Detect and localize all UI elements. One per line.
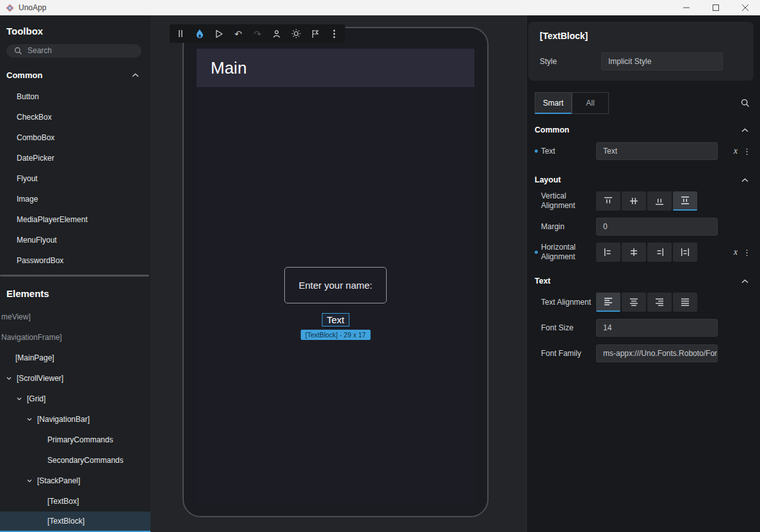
section-common[interactable]: Common — [527, 114, 760, 138]
property-row-text: Text Text x⋮ — [527, 138, 760, 164]
horizontal-alignment-label: Horizontal Alignment — [535, 243, 596, 262]
element-inspector-button[interactable] — [267, 24, 286, 43]
text-align-center-button[interactable] — [622, 293, 646, 312]
vertical-alignment-label: Vertical Alignment — [535, 191, 596, 211]
text-property-input[interactable]: Text — [596, 142, 718, 160]
elements-tree: meView] NavigationFrame] [MainPage] [Scr… — [0, 307, 150, 532]
margin-input[interactable]: 0 — [596, 218, 718, 236]
person-icon — [272, 29, 281, 38]
tab-smart[interactable]: Smart — [535, 92, 572, 114]
text-alignment-label: Text Alignment — [535, 298, 596, 307]
tree-item-secondarycommands[interactable]: SecondaryCommands — [0, 450, 150, 471]
chevron-up-icon — [741, 128, 748, 133]
toolbox-item-datepicker[interactable]: DatePicker — [0, 148, 150, 168]
toolbox-search-input[interactable] — [28, 46, 117, 55]
kebab-menu-icon[interactable]: ⋮ — [743, 147, 751, 156]
align-vertical-center-button[interactable] — [622, 191, 646, 211]
align-top-button[interactable] — [596, 191, 620, 211]
chevron-down-icon[interactable] — [17, 397, 26, 401]
tree-item-primarycommands[interactable]: PrimaryCommands — [0, 430, 150, 450]
toolbox-item-flyout[interactable]: Flyout — [0, 168, 150, 189]
section-text[interactable]: Text — [527, 265, 760, 289]
undo-button[interactable]: ↶ — [229, 24, 248, 43]
text-align-justify-button[interactable] — [673, 293, 697, 312]
toolbox-item-image[interactable]: Image — [0, 189, 150, 209]
toolbox-item-passwordbox[interactable]: PasswordBox — [0, 250, 150, 271]
device-frame: Main Enter your name: Text [TextBlock] -… — [182, 27, 489, 517]
tree-item-textbox[interactable]: [TextBox] — [0, 491, 150, 512]
chevron-down-icon[interactable] — [27, 479, 36, 483]
tree-item-textblock-selected[interactable]: [TextBlock] — [0, 512, 150, 532]
font-size-input[interactable]: 14 — [596, 319, 718, 337]
style-label: Style — [540, 57, 601, 66]
chevron-down-icon[interactable] — [6, 376, 15, 380]
toolbox-section-common[interactable]: Common — [0, 60, 150, 86]
property-row-text-alignment: Text Alignment — [527, 289, 760, 315]
binding-x-icon[interactable]: x — [734, 247, 738, 257]
kebab-icon — [333, 29, 336, 38]
theme-toggle-button[interactable] — [286, 24, 305, 43]
toolbox-section-label: Common — [6, 70, 42, 80]
font-family-input[interactable]: ms-appx:///Uno.Fonts.Roboto/Font — [596, 344, 718, 362]
chevron-up-icon — [741, 279, 748, 284]
toolbox-item-checkbox[interactable]: CheckBox — [0, 107, 150, 127]
toolbox-item-combobox[interactable]: ComboBox — [0, 127, 150, 148]
toolbox-search[interactable] — [6, 44, 141, 58]
tree-item-grid[interactable]: [Grid] — [0, 389, 150, 409]
tree-item-homeview[interactable]: meView] — [0, 307, 150, 327]
play-button[interactable] — [209, 24, 229, 43]
maximize-button[interactable] — [701, 0, 731, 15]
chevron-down-icon[interactable] — [27, 417, 36, 421]
canvas-textbox[interactable]: Enter your name: — [284, 267, 387, 303]
tab-all[interactable]: All — [572, 92, 609, 114]
chevron-up-icon — [132, 73, 139, 77]
stretch-vertical-button[interactable] — [673, 191, 697, 211]
canvas-textblock-selected[interactable]: Text — [321, 313, 350, 326]
uno-logo-icon — [6, 4, 14, 12]
redo-button[interactable]: ↷ — [248, 24, 267, 43]
property-tabs: Smart All — [535, 92, 750, 114]
align-horizontal-center-button[interactable] — [622, 243, 646, 262]
elements-title: Elements — [0, 278, 150, 307]
tree-item-navigationframe[interactable]: NavigationFrame] — [0, 327, 150, 348]
flag-button[interactable] — [305, 24, 325, 43]
tree-item-stackpanel[interactable]: [StackPanel] — [0, 471, 150, 491]
text-align-right-button[interactable] — [647, 293, 672, 312]
hot-reload-button[interactable] — [190, 24, 209, 43]
binding-x-icon[interactable]: x — [734, 146, 738, 156]
toolbox-item-menuflyout[interactable]: MenuFlyout — [0, 230, 150, 250]
align-bottom-button[interactable] — [647, 191, 672, 211]
selected-element-title: [TextBlock] — [540, 31, 742, 41]
selection-size-badge: [TextBlock] - 29 x 17 — [301, 330, 371, 340]
align-right-button[interactable] — [647, 243, 672, 262]
nav-header[interactable]: Main — [197, 49, 474, 87]
kebab-menu-icon[interactable]: ⋮ — [743, 248, 751, 257]
tree-item-scrollviewer[interactable]: [ScrollViewer] — [0, 368, 150, 389]
minimize-button[interactable] — [672, 0, 701, 15]
section-layout[interactable]: Layout — [527, 164, 760, 188]
search-icon — [741, 99, 750, 108]
toolbox-scrollbar[interactable] — [0, 275, 149, 277]
style-input[interactable]: Implicit Style — [601, 52, 723, 70]
toolbox-title: Toolbox — [0, 15, 150, 44]
toolbox-item-mediaplayerelement[interactable]: MediaPlayerElement — [0, 209, 150, 230]
toolbar-drag-handle[interactable] — [171, 24, 190, 43]
stretch-horizontal-button[interactable] — [673, 243, 697, 262]
text-align-left-button[interactable] — [596, 293, 620, 312]
vertical-alignment-toggle-group — [596, 191, 699, 211]
text-property-label: Text — [535, 147, 596, 156]
undo-icon: ↶ — [234, 29, 242, 39]
align-left-button[interactable] — [596, 243, 620, 262]
play-icon — [215, 29, 223, 38]
text-alignment-toggle-group — [596, 293, 699, 312]
close-button[interactable] — [731, 0, 760, 15]
toolbox-item-button[interactable]: Button — [0, 86, 150, 107]
tree-item-mainpage[interactable]: [MainPage] — [0, 348, 150, 368]
more-options-button[interactable] — [325, 24, 344, 43]
horizontal-alignment-toggle-group — [596, 243, 699, 262]
properties-search-button[interactable] — [741, 99, 750, 108]
property-row-vertical-alignment: Vertical Alignment — [527, 188, 760, 214]
font-family-label: Font Family — [535, 349, 596, 359]
properties-panel: [TextBlock] Style Implicit Style Smart A… — [526, 15, 760, 532]
tree-item-navigationbar[interactable]: [NavigationBar] — [0, 409, 150, 430]
